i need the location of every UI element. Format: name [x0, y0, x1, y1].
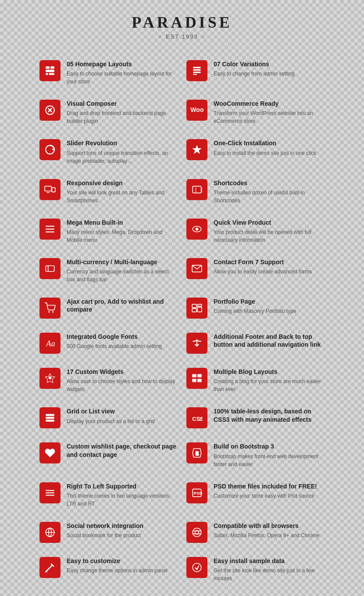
- feature-text-psd: PSD theme files included for FREE!Custom…: [214, 482, 325, 500]
- feature-text-rtl: Right To Left SupportedThis theme comes …: [67, 482, 178, 508]
- feature-title-visual-composer: Visual Composer: [67, 100, 178, 108]
- feature-text-css3: 100% table-less design, based on CSS3 wi…: [214, 407, 325, 425]
- feature-desc-customize: Easy change theme options in admin panel: [67, 567, 178, 574]
- feature-desc-custom-widgets: Allow user to choose styles and how to d…: [67, 377, 178, 393]
- feature-item-custom-widgets: 17 Custom WidgetsAllow user to choose st…: [35, 361, 182, 400]
- feature-title-custom-widgets: 17 Custom Widgets: [67, 368, 178, 376]
- feature-text-blog-layouts: Multiple Blog LayoutsCreating a blog for…: [214, 368, 325, 393]
- feature-item-bootstrap: Build on Bootstrap 3Bootstrap makes fron…: [182, 435, 329, 475]
- cart-icon: [39, 298, 61, 319]
- feature-title-blog-layouts: Multiple Blog Layouts: [214, 368, 325, 376]
- feature-item-visual-composer: Visual ComposerDrag and drop frontend an…: [35, 93, 182, 132]
- feature-title-compatible: Compatible with all browsers: [214, 522, 325, 530]
- svg-text:Woo: Woo: [190, 107, 204, 114]
- feature-item-wishlist: Custom wishlist page, checkout page and …: [35, 435, 182, 475]
- svg-rect-3: [46, 73, 48, 75]
- feature-text-portfolio: Portfolio PageComing with Masonry Portfo…: [214, 298, 325, 315]
- feature-text-color-variations: 07 Color VariationsEasy to change from a…: [214, 60, 325, 78]
- svg-text:PSD: PSD: [193, 491, 202, 495]
- svg-rect-8: [193, 74, 197, 75]
- browsers-icon: [186, 522, 207, 543]
- feature-item-additional-footer: Additional Footer and Back to top button…: [182, 326, 329, 361]
- feature-desc-slider-revolution: Support tons of unique transition effect…: [67, 149, 178, 165]
- feature-desc-compatible: Safari, Mozilla Firefox, Opera 9+ and Ch…: [214, 531, 325, 539]
- feature-item-grid-list: Grid or List viewDisplay your product as…: [35, 400, 182, 435]
- feature-text-one-click: One-Click InstallationEasy to install th…: [214, 139, 325, 157]
- email-icon: [186, 258, 207, 279]
- svg-rect-26: [192, 304, 196, 308]
- svg-text:[ ]: [ ]: [195, 187, 203, 193]
- feature-text-compatible: Compatible with all browsersSafari, Mozi…: [214, 522, 325, 539]
- feature-title-ajax-cart: Ajax cart pro, Add to wishlist and compa…: [67, 298, 178, 313]
- wishlist-icon: [39, 442, 61, 463]
- quickview-icon: [186, 219, 207, 240]
- feature-item-woocommerce: WooWooCommerce ReadyTransform your WordP…: [182, 93, 329, 132]
- feature-desc-woocommerce: Transform your WordPress website into an…: [214, 109, 325, 125]
- svg-rect-29: [197, 307, 202, 312]
- feature-text-sample-data: Easy install sample dataGet the site loo…: [214, 557, 325, 582]
- svg-rect-28: [192, 309, 196, 312]
- customize-icon: [39, 557, 61, 578]
- feature-title-color-variations: 07 Color Variations: [214, 60, 325, 68]
- svg-point-21: [196, 228, 199, 231]
- svg-rect-7: [193, 72, 200, 73]
- feature-title-quick-view: Quick View Product: [214, 219, 325, 226]
- feature-item-mega-menu: Mega Menu Built-inMany menu styles: Mega…: [35, 212, 182, 251]
- shortcodes-icon: [ ]: [186, 179, 207, 200]
- feature-text-visual-composer: Visual ComposerDrag and drop frontend an…: [67, 100, 178, 125]
- feature-text-shortcodes: ShortcodesTheme includes dozen of useful…: [214, 179, 325, 205]
- feature-text-slider-revolution: Slider RevolutionSupport tons of unique …: [67, 139, 178, 165]
- feature-title-contact-form: Contact Form 7 Support: [214, 258, 325, 266]
- feature-item-slider-revolution: Slider RevolutionSupport tons of unique …: [35, 132, 182, 172]
- menu-icon: [39, 219, 61, 240]
- feature-title-one-click: One-Click Installation: [214, 139, 325, 147]
- feature-text-homepage-layouts: 05 Homepage LayoutsEasy to choose suitab…: [67, 60, 178, 86]
- feature-text-custom-widgets: 17 Custom WidgetsAllow user to choose st…: [67, 368, 178, 393]
- css3-icon: CSS3: [186, 407, 207, 428]
- svg-rect-6: [193, 69, 200, 71]
- feature-desc-color-variations: Easy to change from admin setting: [214, 70, 325, 78]
- feature-text-wishlist: Custom wishlist page, checkout page and …: [67, 442, 178, 460]
- feature-text-woocommerce: WooCommerce ReadyTransform your WordPres…: [214, 100, 325, 125]
- feature-item-social: Social network integrationSocial bookmar…: [35, 515, 182, 550]
- oneclick-icon: [186, 139, 207, 160]
- header-subtitle: × EST 1993 ×: [35, 33, 329, 40]
- svg-rect-35: [192, 379, 196, 382]
- bootstrap-icon: [186, 442, 207, 463]
- fonts-icon: Aa: [39, 333, 61, 354]
- cross-right-icon: ×: [202, 34, 206, 40]
- woo-icon: Woo: [186, 100, 207, 121]
- feature-title-woocommerce: WooCommerce Ready: [214, 100, 325, 108]
- feature-desc-mega-menu: Many menu styles: Mega, Dropdown and Mob…: [67, 228, 178, 244]
- feature-text-ajax-cart: Ajax cart pro, Add to wishlist and compa…: [67, 298, 178, 315]
- feature-item-contact-form: Contact Form 7 SupportAllow you to easil…: [182, 251, 329, 291]
- svg-point-25: [52, 311, 54, 312]
- feature-title-slider-revolution: Slider Revolution: [67, 139, 178, 147]
- social-icon: [39, 522, 61, 543]
- feature-desc-shortcodes: Theme includes dozen of useful built-in …: [214, 189, 325, 205]
- cross-left-icon: ×: [158, 34, 162, 40]
- composer-icon: [39, 100, 61, 121]
- svg-text:3: 3: [199, 416, 201, 422]
- psd-icon: PSD: [186, 482, 207, 503]
- feature-item-psd: PSDPSD theme files included for FREE!Cus…: [182, 475, 329, 515]
- feature-title-css3: 100% table-less design, based on CSS3 wi…: [214, 407, 325, 423]
- feature-item-sample-data: Easy install sample dataGet the site loo…: [182, 550, 329, 589]
- feature-item-multicurrency: Multi-currency / Multi-languageCurrency …: [35, 251, 182, 291]
- feature-item-shortcodes: [ ]ShortcodesTheme includes dozen of use…: [182, 172, 329, 212]
- feature-desc-rtl: This theme comes in two language version…: [67, 492, 178, 508]
- feature-title-responsive: Responsive design: [67, 179, 178, 187]
- feature-item-quick-view: Quick View ProductYour product detail wi…: [182, 212, 329, 251]
- svg-rect-39: [46, 420, 54, 422]
- feature-title-homepage-layouts: 05 Homepage Layouts: [67, 60, 178, 68]
- feature-text-additional-footer: Additional Footer and Back to top button…: [214, 333, 325, 350]
- svg-text:Aa: Aa: [46, 339, 55, 348]
- feature-title-grid-list: Grid or List view: [67, 407, 178, 415]
- rtl-icon: [39, 482, 61, 503]
- feature-desc-bootstrap: Bootstrap makes front-end web developmen…: [214, 452, 325, 468]
- svg-point-55: [193, 563, 201, 572]
- features-grid: 05 Homepage LayoutsEasy to choose suitab…: [35, 53, 329, 596]
- page-header: PARADISE × EST 1993 ×: [35, 13, 329, 40]
- feature-text-bootstrap: Build on Bootstrap 3Bootstrap makes fron…: [214, 442, 325, 468]
- feature-title-multicurrency: Multi-currency / Multi-language: [67, 258, 178, 266]
